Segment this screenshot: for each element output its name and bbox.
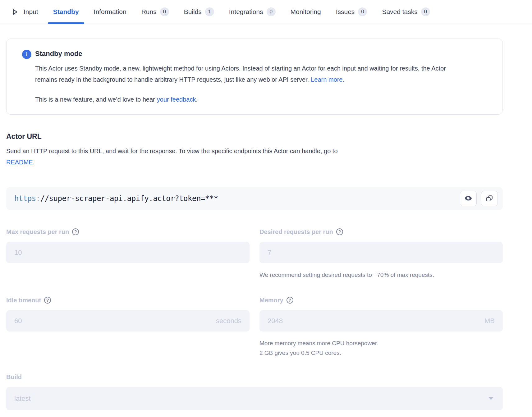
memory-help-line-2: 2 GB gives you 0.5 CPU cores. (259, 348, 503, 358)
help-icon[interactable]: ? (72, 228, 79, 235)
memory-input (259, 310, 503, 332)
tab-runs[interactable]: Runs 0 (141, 0, 169, 24)
actor-url-bar: https://super-scraper-api.apify.actor?to… (6, 187, 503, 210)
desired-requests-input (259, 242, 503, 263)
builds-count-badge: 1 (205, 7, 214, 16)
tab-input[interactable]: Input (11, 0, 38, 24)
idle-timeout-label-row: Idle timeout ? (6, 296, 250, 304)
max-requests-inputwrap (6, 242, 250, 263)
notice-paragraph-1: This Actor uses Standby mode, a new, lig… (35, 63, 450, 85)
active-tab-underline (48, 22, 84, 24)
field-build: Build latest (6, 373, 503, 410)
issues-count-badge: 0 (358, 7, 367, 16)
copy-icon (486, 195, 493, 203)
saved-tasks-count-badge: 0 (421, 7, 430, 16)
notice-paragraph-2: This is a new feature, and we’d love to … (35, 94, 450, 105)
desired-requests-help: We recommend setting desired requests to… (259, 270, 503, 280)
tab-integrations[interactable]: Integrations 0 (229, 0, 276, 24)
build-label: Build (6, 373, 22, 381)
notice-body: Standby mode This Actor uses Standby mod… (35, 49, 484, 105)
url-separator: : (36, 194, 40, 203)
tab-label-builds: Builds (184, 8, 202, 16)
build-select-value: latest (14, 395, 31, 403)
tab-information[interactable]: Information (94, 0, 126, 24)
info-icon: i (22, 50, 31, 59)
tab-monitoring[interactable]: Monitoring (291, 0, 321, 24)
memory-help: More memory means more CPU horsepower. 2… (259, 338, 503, 358)
standby-tab-content: i Standby mode This Actor uses Standby m… (6, 39, 503, 410)
actor-url-description: Send an HTTP request to this URL, and wa… (6, 145, 466, 168)
actor-url-heading: Actor URL (6, 132, 503, 141)
notice-paragraph-2-suffix: . (196, 96, 198, 103)
standby-mode-notice: i Standby mode This Actor uses Standby m… (6, 39, 503, 115)
tabbar: Input Standby Information Runs 0 Builds … (0, 0, 532, 24)
integrations-count-badge: 0 (267, 7, 276, 16)
tab-label-issues: Issues (336, 8, 355, 16)
tab-saved-tasks[interactable]: Saved tasks 0 (382, 0, 430, 24)
memory-label-row: Memory ? (259, 296, 503, 304)
feedback-link[interactable]: your feedback (157, 96, 196, 103)
form-row-1: Max requests per run ? Desired requests … (6, 228, 503, 280)
notice-paragraph-2-text: This is a new feature, and we’d love to … (35, 96, 155, 103)
runs-count-badge: 0 (160, 7, 169, 16)
idle-timeout-input (6, 310, 250, 332)
eye-icon (464, 194, 472, 203)
field-max-requests: Max requests per run ? (6, 228, 250, 280)
tab-label-standby: Standby (53, 8, 79, 16)
chevron-down-icon (488, 397, 493, 400)
desired-requests-label: Desired requests per run (259, 228, 333, 236)
tab-builds[interactable]: Builds 1 (184, 0, 214, 24)
learn-more-link[interactable]: Learn more. (311, 76, 344, 83)
tab-label-saved-tasks: Saved tasks (382, 8, 417, 16)
tab-label-runs: Runs (141, 8, 157, 16)
tab-standby[interactable]: Standby (53, 0, 79, 24)
tab-label-information: Information (94, 8, 126, 16)
desired-requests-label-row: Desired requests per run ? (259, 228, 503, 236)
copy-url-button[interactable] (481, 191, 498, 206)
url-scheme: https (14, 194, 36, 203)
memory-inputwrap: MB (259, 310, 503, 332)
help-icon[interactable]: ? (44, 297, 51, 304)
actor-standby-page: Input Standby Information Runs 0 Builds … (0, 0, 532, 417)
max-requests-input (6, 242, 250, 263)
field-idle-timeout: Idle timeout ? seconds (6, 296, 250, 358)
url-rest: //super-scraper-api.apify.actor?token=**… (40, 194, 218, 203)
field-desired-requests: Desired requests per run ? We recommend … (259, 228, 503, 280)
tab-label-monitoring: Monitoring (291, 8, 321, 16)
memory-label: Memory (259, 296, 283, 304)
build-select: latest (6, 387, 503, 410)
tab-label-input: Input (24, 8, 38, 16)
idle-timeout-inputwrap: seconds (6, 310, 250, 332)
build-label-row: Build (6, 373, 503, 381)
desired-requests-inputwrap (259, 242, 503, 263)
reveal-token-button[interactable] (460, 191, 477, 206)
tab-label-integrations: Integrations (229, 8, 263, 16)
tab-issues[interactable]: Issues 0 (336, 0, 367, 24)
memory-help-line-1: More memory means more CPU horsepower. (259, 338, 503, 348)
max-requests-label: Max requests per run (6, 228, 69, 236)
play-icon (11, 8, 19, 16)
notice-paragraph-1-text: This Actor uses Standby mode, a new, lig… (35, 65, 446, 83)
notice-title: Standby mode (35, 49, 484, 58)
field-memory: Memory ? MB More memory means more CPU h… (259, 296, 503, 358)
actor-url-description-text: Send an HTTP request to this URL, and wa… (6, 148, 338, 154)
help-icon[interactable]: ? (287, 297, 293, 304)
form-row-2: Idle timeout ? seconds Memory ? MB (6, 296, 503, 358)
help-icon[interactable]: ? (336, 228, 343, 235)
actor-url-description-suffix: . (33, 159, 35, 166)
max-requests-label-row: Max requests per run ? (6, 228, 250, 236)
actor-url-value: https://super-scraper-api.apify.actor?to… (14, 194, 460, 203)
idle-timeout-label: Idle timeout (6, 296, 41, 304)
url-actions (460, 191, 498, 206)
readme-link[interactable]: README (6, 159, 33, 166)
